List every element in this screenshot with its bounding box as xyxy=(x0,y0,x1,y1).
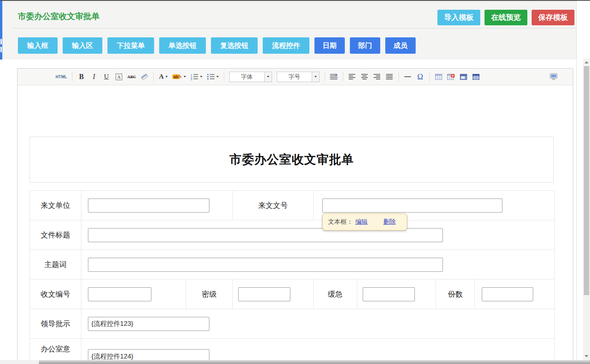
chevron-down-icon xyxy=(184,76,186,77)
component-flow-control-button[interactable]: 流程控件 xyxy=(263,37,309,54)
remove-format-eraser-icon[interactable] xyxy=(139,71,149,83)
component-member-button[interactable]: 成员 xyxy=(385,37,416,54)
tooltip-label: 文本框： xyxy=(328,218,353,226)
ordered-list-button[interactable]: 123 xyxy=(190,71,204,83)
cell-file-title xyxy=(81,220,554,250)
editor-document[interactable]: 市委办公室收文审批单 来文单位 来文文号 文件标题 xyxy=(18,86,573,360)
insert-table-button[interactable] xyxy=(434,71,444,83)
cell-subject-words xyxy=(81,250,554,279)
source-unit-input[interactable] xyxy=(88,199,209,213)
label-file-title: 文件标题 xyxy=(30,220,81,250)
copies-input[interactable] xyxy=(482,287,533,301)
header-actions: 导入模板 在线预览 保存模板 xyxy=(437,10,574,25)
delete-link[interactable]: 删除 xyxy=(383,218,396,226)
table-properties-button[interactable] xyxy=(471,71,481,83)
toolbar-separator xyxy=(153,72,154,82)
horizontal-scrollbar-thumb[interactable] xyxy=(39,360,590,364)
chevron-down-icon xyxy=(200,76,202,77)
subject-words-input[interactable] xyxy=(88,258,443,272)
textbox-context-tooltip: 文本框： 编辑 删除 xyxy=(322,213,407,230)
component-date-button[interactable]: 日期 xyxy=(314,37,345,54)
horizontal-rule-button[interactable] xyxy=(403,71,413,83)
scroll-down-arrow[interactable] xyxy=(583,353,590,359)
horizontal-scrollbar[interactable] xyxy=(0,360,590,364)
editor-toolbar: HTML B I U A ABC A ab✎ 123 字体 xyxy=(18,69,573,85)
table-row: 主题词 xyxy=(30,250,554,280)
label-subject-words: 主题词 xyxy=(30,250,81,279)
vertical-scrollbar-thumb[interactable] xyxy=(584,66,589,295)
online-preview-button[interactable]: 在线预览 xyxy=(485,10,527,25)
label-receive-number: 收文编号 xyxy=(30,280,81,309)
dashed-divider xyxy=(12,28,576,28)
leader-instructions-input[interactable] xyxy=(88,317,209,331)
toolbar-separator xyxy=(325,72,325,82)
cell-leader-instructions xyxy=(81,309,554,338)
fullscreen-button[interactable] xyxy=(548,71,559,83)
table-cell-properties-button[interactable] xyxy=(458,71,469,83)
horizontal-line-icon xyxy=(404,76,411,77)
table-row: 文件标题 xyxy=(30,220,554,250)
highlight-color-button[interactable]: ab✎ xyxy=(171,71,187,83)
edit-link[interactable]: 编辑 xyxy=(355,218,368,226)
pencil-icon: ✎ xyxy=(179,74,182,79)
align-center-button[interactable] xyxy=(360,71,370,83)
cell-security-level xyxy=(233,280,314,309)
table-row: 来文单位 来文文号 xyxy=(30,191,554,220)
component-radio-button[interactable]: 单选按钮 xyxy=(159,37,206,54)
delete-table-button[interactable] xyxy=(446,71,456,83)
page-title: 市委办公室收文审批单 xyxy=(18,11,100,22)
security-level-input[interactable] xyxy=(238,287,290,301)
chevron-down-icon xyxy=(216,76,219,77)
cell-source-unit xyxy=(81,191,233,220)
vertical-scrollbar[interactable] xyxy=(583,58,590,360)
bold-button[interactable]: B xyxy=(76,71,86,83)
component-department-button[interactable]: 部门 xyxy=(350,37,380,54)
toolbar-separator xyxy=(429,72,430,82)
font-frame-button[interactable]: A xyxy=(114,71,124,83)
chevron-down-icon xyxy=(165,76,168,77)
component-dropdown-button[interactable]: 下拉菜单 xyxy=(107,37,154,54)
approval-form-table: 来文单位 来文文号 文件标题 主题词 xyxy=(30,190,555,360)
toolbar-separator xyxy=(343,72,343,82)
toolbar-separator xyxy=(399,72,399,82)
document-title: 市委办公室收文审批单 xyxy=(230,151,354,168)
label-security-level: 密级 xyxy=(186,280,233,309)
align-justify-button[interactable] xyxy=(385,71,395,83)
form-component-buttons: 输入框 输入区 下拉菜单 单选按钮 复选按钮 流程控件 日期 部门 成员 xyxy=(18,37,416,54)
table-row: 办公室意 xyxy=(30,339,554,360)
receive-number-input[interactable] xyxy=(88,287,151,301)
chevron-down-icon[interactable] xyxy=(264,72,272,82)
component-input-box-button[interactable]: 输入框 xyxy=(18,37,58,54)
font-color-button[interactable]: A xyxy=(158,71,169,83)
source-number-input[interactable] xyxy=(322,199,502,213)
import-template-button[interactable]: 导入模板 xyxy=(437,10,480,25)
rich-text-editor: HTML B I U A ABC A ab✎ 123 字体 xyxy=(17,68,573,360)
svg-text:3: 3 xyxy=(191,78,192,80)
urgency-input[interactable] xyxy=(363,287,415,301)
document-title-block[interactable]: 市委办公室收文审批单 xyxy=(30,137,554,183)
label-urgency: 缓急 xyxy=(314,280,357,309)
office-opinion-input[interactable] xyxy=(88,349,209,360)
italic-button[interactable]: I xyxy=(89,71,99,83)
label-office-opinion: 办公室意 xyxy=(30,339,81,360)
underline-button[interactable]: U xyxy=(101,71,111,83)
unordered-list-button[interactable] xyxy=(206,71,220,83)
font-family-select[interactable]: 字体 xyxy=(229,72,272,82)
font-size-select[interactable]: 字号 xyxy=(277,72,320,82)
label-source-unit: 来文单位 xyxy=(30,191,81,220)
save-template-button[interactable]: 保存模板 xyxy=(532,10,574,25)
strikethrough-button[interactable]: ABC xyxy=(126,71,137,83)
chevron-down-icon[interactable] xyxy=(312,72,319,82)
special-character-button[interactable]: Ω xyxy=(415,71,425,83)
toolbar-separator xyxy=(224,72,224,82)
background-fragment xyxy=(0,47,2,52)
component-checkbox-button[interactable]: 复选按钮 xyxy=(211,37,258,54)
component-input-area-button[interactable]: 输入区 xyxy=(63,37,102,54)
scroll-up-arrow[interactable] xyxy=(583,59,590,65)
cell-office-opinion xyxy=(81,339,554,360)
indent-button[interactable] xyxy=(329,71,339,83)
align-right-button[interactable] xyxy=(372,71,382,83)
table-row: 领导批示 xyxy=(30,309,554,339)
html-source-button[interactable]: HTML xyxy=(54,71,68,83)
align-left-button[interactable] xyxy=(347,71,357,83)
